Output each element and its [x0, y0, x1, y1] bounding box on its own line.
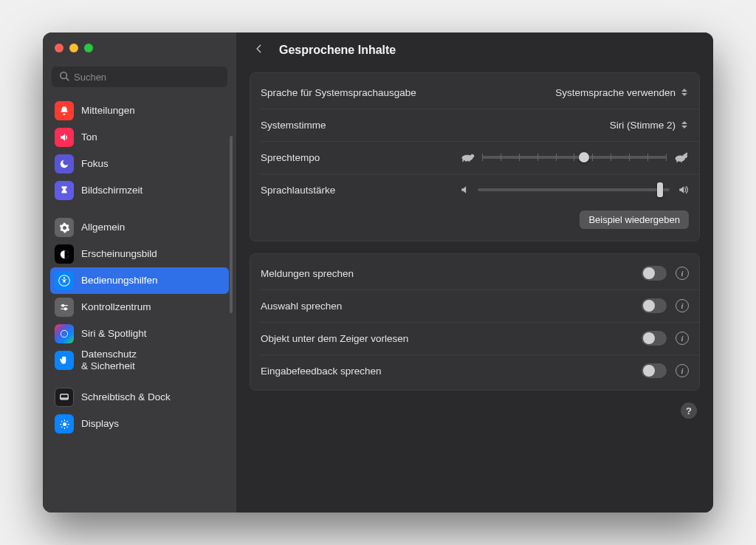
speaker-icon [55, 128, 74, 147]
window-minimize-button[interactable] [69, 44, 78, 52]
sidebar-item-label: Schreibtisch & Dock [81, 391, 171, 403]
gear-icon [55, 218, 74, 237]
sidebar-item-accessibility[interactable]: Bedienungshilfen [50, 267, 229, 294]
volume-low-icon [460, 185, 470, 195]
back-button[interactable] [250, 39, 269, 62]
row-system-voice: Systemstimme Siri (Stimme 2) [250, 109, 699, 141]
info-button[interactable]: i [676, 299, 689, 312]
toggle-speak-announcements[interactable] [642, 266, 667, 281]
toggle-speak-hover[interactable] [642, 331, 667, 346]
sidebar-item-appearance[interactable]: Erscheinungsbild [50, 241, 229, 267]
row-speech-volume: Sprachlautstärke [250, 174, 699, 206]
sidebar-item-screentime[interactable]: Bildschirmzeit [50, 177, 229, 204]
turtle-icon [460, 152, 475, 162]
svg-line-19 [61, 426, 62, 427]
speech-settings-panel: Sprache für Systemsprachausgabe Systemsp… [250, 72, 700, 241]
volume-high-icon [677, 185, 689, 195]
sidebar-item-siri[interactable]: Siri & Spotlight [50, 321, 229, 347]
svg-point-4 [63, 277, 65, 278]
sidebar-item-label: Datenschutz & Sicherheit [81, 349, 137, 371]
content-area: Sprache für Systemsprachausgabe Systemsp… [236, 68, 713, 513]
select-value: Systemsprache verwenden [555, 87, 676, 98]
toggle-speak-typing[interactable] [642, 363, 667, 378]
sidebar-item-label: Bildschirmzeit [81, 185, 142, 196]
dock-icon [55, 388, 74, 407]
svg-line-1 [66, 78, 69, 81]
speech-language-select[interactable]: Systemsprache verwenden [555, 86, 689, 98]
sidebar-item-label: Kontrollzentrum [81, 301, 151, 313]
svg-point-9 [61, 330, 67, 337]
speech-volume-control [460, 185, 689, 195]
sidebar-item-label: Mitteilungen [81, 105, 135, 117]
sidebar-item-displays[interactable]: Displays [50, 411, 229, 437]
select-value: Siri (Stimme 2) [610, 120, 676, 131]
sidebar-item-desktop[interactable]: Schreibtisch & Dock [50, 384, 229, 411]
window-zoom-button[interactable] [84, 44, 93, 52]
row-label: Auswahl sprechen [261, 301, 342, 312]
row-label: Objekt unter dem Zeiger vorlesen [261, 333, 408, 344]
info-button[interactable]: i [676, 364, 689, 377]
moon-icon [55, 154, 74, 174]
sidebar-scrollbar[interactable] [230, 136, 233, 313]
svg-point-8 [64, 308, 66, 310]
row-speak-announcements: Meldungen sprechen i [250, 257, 699, 289]
system-voice-select[interactable]: Siri (Stimme 2) [610, 119, 689, 131]
sidebar-item-label: Fokus [81, 158, 109, 170]
sidebar-item-sound[interactable]: Ton [50, 124, 229, 151]
svg-point-0 [61, 72, 67, 79]
sidebar-item-privacy[interactable]: Datenschutz & Sicherheit [50, 347, 229, 374]
help-row: ? [250, 402, 700, 419]
window-close-button[interactable] [55, 44, 63, 52]
sidebar-item-general[interactable]: Allgemein [50, 214, 229, 241]
toggle-speak-selection[interactable] [642, 298, 667, 313]
row-label: Sprachlautstärke [261, 185, 335, 196]
speech-toggles-panel: Meldungen sprechen i Auswahl sprechen i … [250, 253, 700, 391]
svg-line-20 [66, 421, 67, 422]
svg-rect-24 [466, 160, 467, 162]
search-field-wrap [43, 64, 236, 95]
page-title: Gesprochene Inhalte [279, 44, 396, 57]
search-icon [59, 71, 69, 81]
info-button[interactable]: i [676, 267, 689, 280]
search-input[interactable] [52, 66, 227, 87]
sidebar-item-controlcenter[interactable]: Kontrollzentrum [50, 294, 229, 321]
contrast-icon [55, 244, 74, 264]
settings-window: Mitteilungen Ton Fokus Bildschirmzeit [43, 32, 713, 513]
chevron-updown-icon [680, 86, 689, 98]
sidebar-item-label: Erscheinungsbild [81, 248, 157, 260]
row-label: Sprechtempo [261, 152, 320, 163]
speaking-rate-slider[interactable] [482, 156, 667, 159]
row-speak-typing: Eingabefeedback sprechen i [250, 354, 699, 387]
svg-rect-10 [61, 394, 69, 400]
sidebar-nav[interactable]: Mitteilungen Ton Fokus Bildschirmzeit [43, 95, 236, 513]
brightness-icon [55, 414, 74, 433]
sidebar-item-notifications[interactable]: Mitteilungen [50, 97, 229, 124]
row-label: Eingabefeedback sprechen [261, 366, 382, 377]
sidebar-item-label: Displays [81, 418, 119, 430]
help-button[interactable]: ? [681, 402, 697, 419]
hourglass-icon [55, 181, 74, 200]
svg-rect-29 [681, 160, 682, 162]
siri-icon [55, 324, 74, 343]
sidebar-item-label: Bedienungshilfen [81, 275, 158, 287]
info-button[interactable]: i [676, 332, 689, 345]
titlebar [43, 32, 236, 64]
row-label: Sprache für Systemsprachausgabe [261, 87, 416, 98]
svg-line-18 [66, 426, 67, 427]
svg-rect-23 [462, 160, 464, 162]
speech-volume-slider[interactable] [478, 188, 670, 191]
sidebar-item-focus[interactable]: Fokus [50, 151, 229, 177]
sidebar-item-label: Ton [81, 131, 97, 143]
main-header: Gesprochene Inhalte [236, 32, 713, 68]
row-label: Meldungen sprechen [261, 268, 354, 279]
sidebar: Mitteilungen Ton Fokus Bildschirmzeit [43, 32, 236, 513]
accessibility-icon [55, 271, 74, 290]
row-label: Systemstimme [261, 120, 326, 131]
row-speaking-rate: Sprechtempo [250, 141, 699, 174]
svg-point-12 [63, 422, 66, 426]
svg-line-17 [61, 421, 62, 422]
rabbit-icon [674, 152, 689, 162]
bell-icon [55, 101, 74, 120]
play-sample-button[interactable]: Beispiel wiedergeben [580, 210, 689, 229]
svg-point-22 [470, 154, 474, 158]
